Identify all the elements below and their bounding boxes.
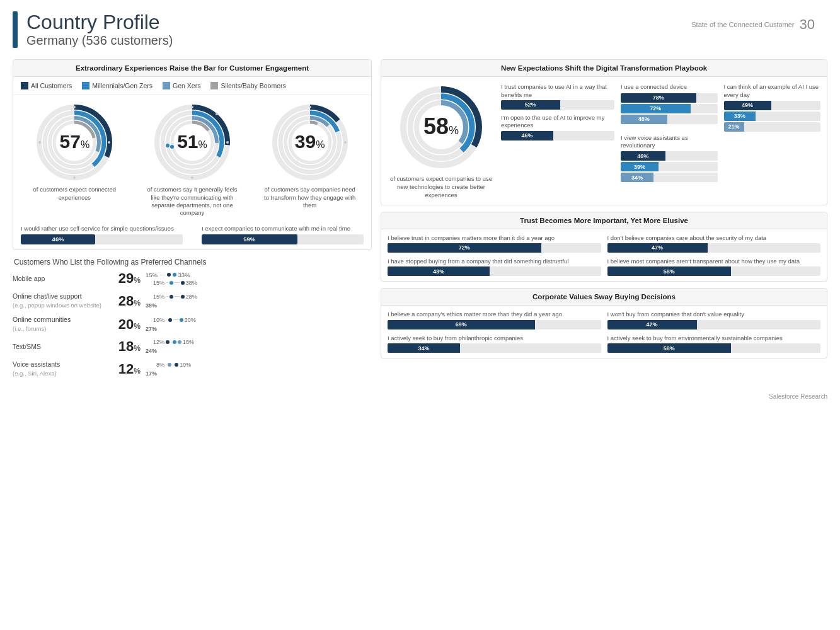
left-panel: Extraordinary Experiences Raise the Bar … — [13, 59, 372, 384]
big-donut-center: 58% — [423, 115, 459, 138]
connected-fill-1: 78% — [621, 93, 696, 103]
legend-swatch-gen — [163, 82, 170, 89]
trust-matters-metric: I believe trust in companies matters mor… — [388, 234, 601, 253]
connected-bar-1: 78% — [621, 93, 718, 103]
page-header: Country Profile Germany (536 customers) … — [0, 0, 840, 54]
equality-fill: 42% — [607, 320, 697, 329]
corp-col-left: I believe a company's ethics matter more… — [388, 311, 601, 353]
self-service-bar-fill: 46% — [21, 234, 95, 244]
voice-val-1: 46% — [637, 153, 648, 159]
trust-section-header: Trust Becomes More Important, Yet More E… — [381, 212, 827, 229]
ai-open-track: 46% — [501, 131, 614, 140]
corporate-section: Corporate Values Sway Buying Decisions I… — [381, 288, 827, 358]
svg-point-9 — [108, 141, 110, 144]
legend-swatch-all — [21, 82, 28, 89]
donut-51: 51% of customers say it generally feels … — [142, 101, 243, 217]
ai-fill-3: 21% — [724, 122, 744, 132]
engagement-section-header: Extraordinary Experiences Raise the Bar … — [13, 60, 371, 77]
legend-label-all: All Customers — [31, 82, 72, 89]
stopped-buying-track: 48% — [388, 266, 601, 276]
ai-val-1: 49% — [742, 102, 753, 108]
svg-point-11 — [38, 141, 41, 144]
channel-online-chat: Online chat/live support (e.g., popup wi… — [13, 292, 372, 309]
svg-point-22 — [226, 141, 229, 144]
donut-51-number: 51% — [177, 133, 207, 152]
ai-val-2: 33% — [734, 113, 745, 119]
dot-line-1: ······· — [159, 272, 165, 278]
donut-51-center: 51% — [177, 133, 207, 152]
realtime-label: I expect companies to communicate with m… — [202, 225, 364, 232]
channel-num-mobile: 29% — [112, 272, 141, 285]
connected-device-title: I use a connected device — [621, 83, 718, 91]
big-donut-area: 58% of customers expect companies to use… — [388, 83, 495, 199]
page-subtitle: Germany (536 customers) — [26, 33, 173, 48]
ai-trust-label: I trust companies to use AI in a way tha… — [501, 83, 614, 99]
trust-matters-val: 72% — [459, 244, 470, 251]
donut-57-number: 57% — [60, 133, 90, 152]
connected-bar-3: 48% — [621, 115, 718, 124]
channel-pct-mobile-2: 33% — [178, 272, 190, 278]
realtime-val: 59% — [243, 236, 255, 243]
engagement-section: Extraordinary Experiences Raise the Bar … — [13, 59, 372, 250]
channel-communities: Online communities (i.e., forums) 20% 10… — [13, 316, 372, 333]
data-care-label: I don't believe companies care about the… — [607, 234, 821, 242]
legend-genxers: Gen Xers — [163, 82, 200, 89]
philanthropic-label: I actively seek to buy from philanthropi… — [388, 335, 601, 342]
sustainable-val: 58% — [664, 345, 675, 352]
trust-content: I believe trust in companies matters mor… — [381, 229, 827, 282]
big-donut-number: 58% — [423, 115, 459, 138]
dot-blue-1 — [173, 273, 176, 277]
voice-val-3: 34% — [631, 175, 643, 181]
data-care-fill: 47% — [607, 243, 708, 253]
legend-label-sil: Silents/Baby Boomers — [221, 82, 285, 89]
donut-51-chart: 51% — [151, 101, 233, 183]
donuts-row: 57% of customers expect connected experi… — [13, 95, 371, 219]
footer: Salesforce Research — [0, 391, 840, 403]
header-right: State of the Connected Customer 30 — [691, 11, 815, 33]
equality-metric: I won't buy from companies that don't va… — [607, 311, 821, 329]
trust-col-right: I don't believe companies care about the… — [607, 234, 821, 277]
connected-fill-2: 72% — [621, 104, 691, 113]
donut-57-chart: 57% — [33, 101, 115, 183]
dot-navy-1 — [167, 273, 171, 277]
connected-val-1: 78% — [653, 94, 664, 101]
ai-metrics-col: I trust companies to use AI in a way tha… — [501, 83, 614, 140]
channel-num-chat: 28% — [112, 294, 141, 308]
connected-device-group: I use a connected device 78% 72% — [621, 83, 718, 123]
legend-all-customers: All Customers — [21, 82, 72, 89]
connected-fill-3: 48% — [621, 115, 667, 124]
page-title: Country Profile — [26, 11, 173, 33]
donut-39-number: 39% — [295, 133, 325, 152]
philanthropic-track: 34% — [388, 343, 601, 353]
self-service-val: 46% — [52, 236, 64, 243]
voice-assistant-group: I view voice assistants as revolutionary… — [621, 134, 718, 183]
voice-assistant-title: I view voice assistants as revolutionary — [621, 134, 718, 150]
channel-text: Text/SMS 18% 12% · 18% 24% — [13, 339, 372, 354]
svg-point-8 — [73, 106, 76, 108]
voice-bar-3: 34% — [621, 173, 718, 182]
new-expectations-content: 58% of customers expect companies to use… — [381, 77, 827, 204]
footer-text: Salesforce Research — [769, 393, 827, 400]
svg-point-20 — [191, 106, 193, 108]
new-expectations-section: New Expectations Shift the Digital Trans… — [381, 59, 827, 205]
svg-point-10 — [73, 176, 76, 179]
realtime-bar-fill: 59% — [202, 234, 297, 244]
transparent-label: I believe most companies aren't transpar… — [607, 258, 821, 265]
corporate-section-header: Corporate Values Sway Buying Decisions — [381, 289, 827, 306]
data-care-metric: I don't believe companies care about the… — [607, 234, 821, 253]
corp-col-right: I won't buy from companies that don't va… — [607, 311, 821, 353]
data-care-val: 47% — [652, 244, 663, 251]
ethics-val: 69% — [456, 321, 467, 328]
big-donut-label: of customers expect companies to use new… — [388, 175, 495, 199]
channels-section: Customers Who List the Following as Pref… — [13, 258, 372, 378]
channel-voice: Voice assistants (e.g., Siri, Alexa) 12%… — [13, 360, 372, 377]
ethics-fill: 69% — [388, 320, 535, 329]
channel-name-communities: Online communities (i.e., forums) — [13, 316, 107, 333]
connected-val-3: 48% — [638, 116, 650, 122]
realtime-bar-track: 59% — [202, 234, 364, 244]
channel-num-voice: 12% — [112, 362, 141, 376]
ai-open-metric: I'm open to the use of AI to improve my … — [501, 114, 614, 140]
svg-point-23 — [191, 176, 193, 179]
self-service-row: I would rather use self-service for simp… — [13, 220, 371, 249]
stopped-buying-val: 48% — [433, 268, 444, 275]
